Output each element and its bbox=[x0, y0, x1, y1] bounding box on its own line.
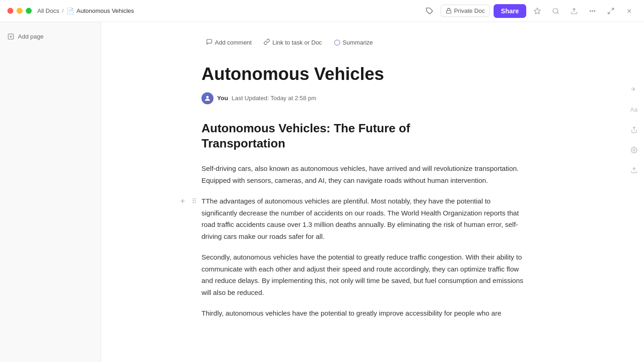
private-doc-label: Private Doc bbox=[454, 7, 485, 14]
link-task-label: Link to task or Doc bbox=[272, 39, 322, 46]
expand-button[interactable] bbox=[604, 4, 618, 18]
breadcrumb-separator: / bbox=[62, 7, 64, 14]
comment-icon bbox=[206, 39, 213, 46]
summarize-button[interactable]: ⬡ Summarize bbox=[329, 36, 378, 49]
upload-icon bbox=[631, 167, 638, 174]
search-button[interactable] bbox=[548, 4, 563, 18]
doc-toolbar: Add comment Link to task or Doc ⬡ Summar… bbox=[201, 36, 523, 53]
tag-button[interactable] bbox=[422, 4, 437, 18]
titlebar: All Docs / 📄 Autonomous Vehicles Private… bbox=[0, 0, 644, 22]
maximize-button[interactable] bbox=[26, 8, 32, 14]
collapse-icon bbox=[630, 85, 638, 93]
font-size-button[interactable]: Aa bbox=[627, 103, 640, 116]
expand-icon bbox=[607, 7, 615, 15]
svg-point-3 bbox=[553, 8, 558, 13]
add-page-label: Add page bbox=[18, 33, 44, 40]
share-right-button[interactable] bbox=[627, 123, 640, 136]
star-button[interactable] bbox=[530, 4, 545, 18]
main-layout: Add page Add comment Link to task or Doc bbox=[0, 22, 644, 362]
svg-point-19 bbox=[633, 149, 635, 151]
svg-point-6 bbox=[590, 11, 591, 11]
share-button[interactable]: Share bbox=[494, 4, 526, 18]
share-icon bbox=[631, 126, 638, 133]
titlebar-right: Private Doc Share bbox=[422, 4, 637, 18]
document-meta: You Last Updated: Today at 2:58 pm bbox=[201, 92, 523, 104]
more-icon bbox=[589, 7, 596, 15]
svg-point-16 bbox=[206, 96, 208, 98]
paragraph-4-text[interactable]: Thirdly, autonomous vehicles have the po… bbox=[201, 307, 523, 319]
section-heading: Autonomous Vehicles: The Future of Trans… bbox=[201, 121, 523, 152]
doc-icon: 📄 bbox=[66, 7, 74, 15]
summarize-icon: ⬡ bbox=[334, 38, 340, 47]
content-area: Add comment Link to task or Doc ⬡ Summar… bbox=[101, 22, 624, 362]
lock-icon bbox=[446, 8, 452, 14]
minimize-button[interactable] bbox=[17, 8, 23, 14]
svg-line-4 bbox=[557, 12, 558, 14]
add-comment-button[interactable]: Add comment bbox=[201, 36, 256, 49]
svg-line-9 bbox=[611, 8, 614, 11]
close-icon bbox=[626, 8, 632, 14]
add-page-icon bbox=[7, 33, 14, 40]
breadcrumb-all-docs[interactable]: All Docs bbox=[37, 7, 59, 14]
avatar bbox=[201, 92, 213, 104]
paragraph-3-text[interactable]: Secondly, autonomous vehicles have the p… bbox=[201, 251, 523, 298]
avatar-image bbox=[201, 92, 213, 104]
link-icon bbox=[264, 39, 270, 46]
private-doc-badge[interactable]: Private Doc bbox=[441, 5, 490, 17]
sidebar: Add page bbox=[0, 22, 101, 362]
breadcrumb: All Docs / 📄 Autonomous Vehicles bbox=[37, 7, 134, 15]
gear-icon bbox=[631, 147, 638, 153]
export-button[interactable] bbox=[567, 4, 581, 18]
svg-rect-1 bbox=[447, 11, 451, 13]
paragraph-2: + ⠿ TThe advantages of autonomous vehicl… bbox=[201, 195, 523, 242]
add-page-button[interactable]: Add page bbox=[0, 29, 101, 44]
export-icon bbox=[570, 7, 578, 15]
collapse-panel-button[interactable] bbox=[627, 83, 640, 96]
star-icon bbox=[534, 7, 541, 15]
document-wrapper: Add comment Link to task or Doc ⬡ Summar… bbox=[174, 22, 551, 362]
add-comment-label: Add comment bbox=[215, 39, 252, 46]
settings-right-button[interactable] bbox=[627, 143, 640, 156]
upload-right-button[interactable] bbox=[627, 164, 640, 176]
font-size-icon: Aa bbox=[630, 106, 638, 113]
summarize-label: Summarize bbox=[343, 39, 373, 46]
titlebar-left: All Docs / 📄 Autonomous Vehicles bbox=[7, 7, 134, 15]
author-name: You bbox=[217, 95, 228, 102]
paragraph-1: Self-driving cars, also known as autonom… bbox=[201, 163, 523, 186]
link-task-button[interactable]: Link to task or Doc bbox=[259, 36, 327, 49]
right-panel: Aa bbox=[624, 22, 644, 362]
last-updated: Last Updated: Today at 2:58 pm bbox=[232, 95, 316, 102]
close-button[interactable] bbox=[7, 8, 13, 14]
paragraph-4: Thirdly, autonomous vehicles have the po… bbox=[201, 307, 523, 319]
breadcrumb-current-doc: 📄 Autonomous Vehicles bbox=[66, 7, 134, 15]
paragraph-1-text[interactable]: Self-driving cars, also known as autonom… bbox=[201, 163, 523, 186]
more-button[interactable] bbox=[585, 4, 600, 18]
search-icon bbox=[552, 7, 559, 15]
svg-line-10 bbox=[608, 11, 610, 14]
document-title[interactable]: Autonomous Vehicles bbox=[201, 64, 523, 85]
close-doc-button[interactable] bbox=[622, 4, 637, 18]
tag-icon bbox=[426, 7, 433, 15]
svg-point-8 bbox=[594, 11, 595, 11]
traffic-lights bbox=[7, 8, 32, 14]
add-block-button[interactable]: + bbox=[178, 196, 188, 206]
paragraph-2-text[interactable]: TThe advantages of autonomous vehicles a… bbox=[201, 195, 523, 242]
drag-handle-button[interactable]: ⠿ bbox=[189, 196, 199, 206]
svg-marker-2 bbox=[534, 8, 540, 14]
svg-point-7 bbox=[592, 11, 593, 11]
paragraph-3: Secondly, autonomous vehicles have the p… bbox=[201, 251, 523, 298]
paragraph-controls: + ⠿ bbox=[178, 196, 199, 206]
